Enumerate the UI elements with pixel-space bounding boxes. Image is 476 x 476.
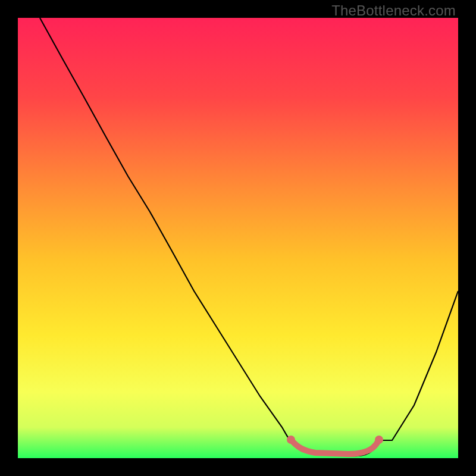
highlight-start-dot xyxy=(287,436,295,444)
highlight-segment xyxy=(291,440,379,454)
chart-frame xyxy=(18,18,458,458)
bottleneck-curve xyxy=(40,18,458,456)
watermark-text: TheBottleneck.com xyxy=(331,2,456,19)
highlight-end-dot xyxy=(375,436,383,444)
curve-layer xyxy=(18,18,458,458)
